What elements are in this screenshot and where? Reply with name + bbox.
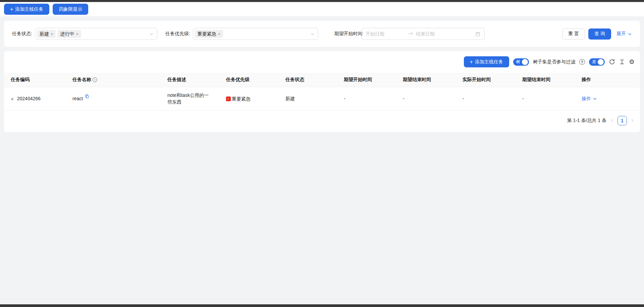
add-main-task-label: 添加主线任务 [475, 59, 503, 65]
cell-task-name: react [66, 87, 161, 111]
tree-filter-label: 树子集是否参与过滤 [533, 59, 575, 65]
next-page-icon[interactable] [630, 118, 635, 123]
status-tag-label: 进行中 [60, 30, 74, 37]
table-toolbar: + 添加主线任务 树 树子集是否参与过滤 ? 是 ⚙ [4, 56, 640, 73]
add-main-task-button[interactable]: + 添加主线任务 [4, 4, 49, 15]
plus-icon: + [470, 59, 473, 65]
window-bottom-edge [0, 304, 644, 307]
col-task-description: 任务描述 [161, 73, 219, 87]
page-number-button[interactable]: 1 [618, 116, 627, 125]
actual-end-value: - [522, 96, 524, 101]
col-actions: 操作 [575, 73, 640, 87]
task-table: 任务编码 任务名称i 任务描述 任务优先级 任务状态 期望开始时间 期望结束时间… [4, 73, 640, 111]
refresh-icon[interactable] [609, 59, 615, 65]
col-label: 任务优先级 [226, 77, 250, 82]
filter-task-priority: 任务优先级: 重要紧急 × [165, 28, 326, 40]
prev-page-icon[interactable] [610, 118, 614, 123]
cell-task-status: 新建 [279, 87, 337, 111]
chevron-down-icon [628, 32, 632, 36]
task-status-select[interactable]: 新建 × 进行中 × [35, 28, 157, 40]
expand-row-icon[interactable]: + [11, 96, 14, 101]
priority-tag: 重要紧急 × [195, 30, 223, 38]
col-label: 任务描述 [167, 77, 186, 82]
settings-gear-icon[interactable]: ⚙ [629, 59, 635, 65]
cell-task-priority: ✓ 重要紧急 [219, 87, 279, 111]
task-table-panel: + 添加主线任务 树 树子集是否参与过滤 ? 是 ⚙ 任务编码 [4, 51, 640, 132]
task-status-label: 任务状态: [12, 31, 32, 37]
cell-actions: 操作 [575, 87, 640, 111]
col-label: 任务名称 [72, 77, 91, 82]
range-arrow-icon [408, 31, 413, 37]
quadrant-display-button[interactable]: 四象限显示 [53, 4, 88, 15]
table-header-row: 任务编码 任务名称i 任务描述 任务优先级 任务状态 期望开始时间 期望结束时间… [4, 73, 640, 87]
add-main-task-label: 添加主线任务 [15, 6, 43, 12]
chevron-down-icon [593, 97, 597, 101]
plus-icon: + [10, 7, 13, 12]
priority-tag-label: 重要紧急 [198, 30, 216, 37]
col-label: 期望开始时间 [344, 77, 372, 82]
table-row: + 202404266 react note和task公用的一些东西 ✓ [4, 87, 640, 111]
col-task-name: 任务名称i [66, 73, 161, 87]
info-circle-icon[interactable]: i [93, 77, 97, 82]
cell-actual-start: - [456, 87, 516, 111]
filter-task-status: 任务状态: 新建 × 进行中 × [12, 28, 157, 40]
task-priority-select[interactable]: 重要紧急 × [193, 28, 318, 40]
row-action-label: 操作 [582, 95, 591, 102]
col-label: 实际开始时间 [463, 77, 491, 82]
task-description-value: note和task公用的一些东西 [167, 93, 209, 105]
task-status-value: 新建 [285, 96, 295, 101]
tag-close-icon[interactable]: × [76, 32, 78, 36]
col-expected-end: 期望结束时间 [396, 73, 456, 87]
reset-label: 重 置 [568, 31, 579, 37]
add-main-task-button-table[interactable]: + 添加主线任务 [464, 56, 509, 67]
switch-knob [522, 59, 528, 65]
row-action-dropdown[interactable]: 操作 [582, 95, 597, 102]
expand-label: 展开 [616, 31, 626, 37]
priority-check-icon: ✓ [226, 97, 231, 101]
col-task-code: 任务编码 [4, 73, 66, 87]
expected-start-value: - [344, 96, 345, 101]
cell-actual-end: - [516, 87, 575, 111]
pagination: 第 1-1 条/总共 1 条 1 [4, 111, 640, 128]
cell-task-description: note和task公用的一些东西 [161, 87, 219, 111]
expected-start-label: 期望开始时间 [334, 31, 363, 37]
filter-expected-start: 期望开始时间 [326, 28, 485, 40]
start-date-input[interactable] [366, 31, 405, 37]
query-label: 查 询 [594, 31, 605, 37]
reset-button[interactable]: 重 置 [562, 28, 585, 40]
cell-expected-end: - [396, 87, 456, 111]
expand-filters-link[interactable]: 展开 [616, 31, 632, 37]
switch-knob [598, 59, 604, 65]
quadrant-display-label: 四象限显示 [59, 6, 82, 12]
chevron-down-icon [149, 32, 154, 37]
calendar-icon [475, 32, 480, 37]
col-task-status: 任务状态 [279, 73, 337, 87]
row-height-icon[interactable] [619, 59, 625, 65]
cell-expected-start: - [337, 87, 396, 111]
date-range-picker[interactable] [361, 28, 485, 40]
chevron-down-icon [310, 32, 315, 37]
actual-start-value: - [463, 96, 464, 101]
task-code-value: 202404266 [17, 95, 41, 102]
col-label: 期望结束时间 [403, 77, 431, 82]
query-button[interactable]: 查 询 [588, 28, 611, 40]
tree-switch-label: 树 [516, 59, 520, 65]
copy-icon[interactable] [85, 94, 89, 99]
cell-task-code: + 202404266 [4, 87, 66, 111]
tree-mode-switch[interactable]: 树 [513, 58, 529, 66]
col-task-priority: 任务优先级 [219, 73, 279, 87]
filter-actions: 重 置 查 询 展开 [562, 28, 632, 40]
end-date-input[interactable] [416, 31, 455, 37]
col-actual-start: 实际开始时间 [456, 73, 516, 87]
tag-close-icon[interactable]: × [218, 32, 221, 36]
status-tag: 新建 × [37, 30, 56, 38]
filter-panel: 任务状态: 新建 × 进行中 × 任务优先级: 重要紧急 × [4, 21, 640, 47]
col-label: 任务编码 [11, 77, 30, 82]
col-label: 操作 [582, 77, 591, 82]
subtree-filter-switch[interactable]: 是 [589, 58, 605, 66]
col-actual-end: 期望结束时间 [516, 73, 575, 87]
task-priority-label: 任务优先级: [165, 31, 190, 37]
help-icon[interactable]: ? [579, 59, 585, 65]
status-tag: 进行中 × [57, 30, 81, 38]
tag-close-icon[interactable]: × [51, 32, 53, 36]
